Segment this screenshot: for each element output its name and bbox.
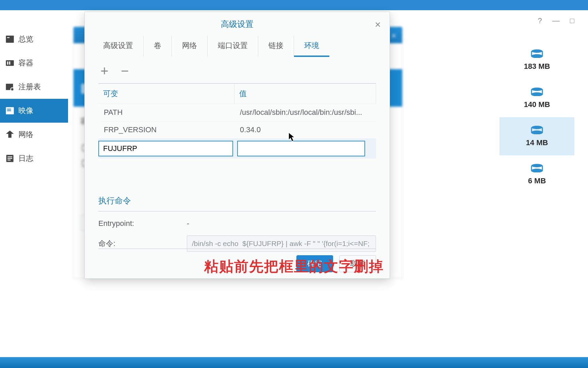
sidebar-item-label: 映像 xyxy=(18,106,33,116)
env-table: 可变 值 PATH /usr/local/sbin:/usr/local/bin… xyxy=(98,83,376,158)
svg-point-19 xyxy=(532,126,542,129)
exec-title: 执行命令 xyxy=(98,195,376,212)
minimize-button[interactable]: — xyxy=(552,16,560,25)
image-size: 183 MB xyxy=(500,62,574,71)
disk-icon xyxy=(531,87,543,96)
maximize-button[interactable]: □ xyxy=(570,16,574,25)
sidebar-item-label: 网络 xyxy=(18,129,33,140)
svg-point-18 xyxy=(532,92,542,96)
help-icon[interactable]: ? xyxy=(538,16,542,25)
svg-rect-9 xyxy=(7,109,11,109)
svg-rect-13 xyxy=(7,158,12,159)
sidebar-item-label: 注册表 xyxy=(18,82,41,92)
sidebar-item-image[interactable]: 映像 xyxy=(0,99,68,123)
env-val: 0.34.0 xyxy=(234,121,376,138)
network-icon xyxy=(5,129,15,140)
entrypoint-label: Entrypoint: xyxy=(98,219,187,228)
svg-point-15 xyxy=(532,49,542,53)
container-icon xyxy=(5,58,15,68)
env-header-val: 值 xyxy=(234,84,376,104)
tab-advanced[interactable]: 高级设置 xyxy=(93,36,144,57)
image-size: 140 MB xyxy=(500,100,574,109)
svg-point-16 xyxy=(532,54,542,58)
disk-icon xyxy=(531,164,543,172)
svg-rect-10 xyxy=(7,110,11,111)
registry-icon xyxy=(5,82,15,92)
tab-network[interactable]: 网络 xyxy=(172,36,208,57)
tab-bar: 高级设置 卷 网络 端口设置 链接 环境 xyxy=(85,36,390,57)
overview-icon xyxy=(5,34,15,44)
image-icon xyxy=(5,106,15,116)
image-size-list: 183 MB 140 MB 14 MB 6 MB xyxy=(500,41,574,194)
advanced-settings-modal: 高级设置 × 高级设置 卷 网络 端口设置 链接 环境 + − 可变 值 PAT… xyxy=(84,12,390,279)
svg-point-22 xyxy=(532,169,542,172)
sidebar-item-label: 日志 xyxy=(18,153,33,164)
sidebar-item-overview[interactable]: 总览 xyxy=(0,27,68,51)
image-list-item[interactable]: 140 MB xyxy=(500,79,574,117)
sidebar: 总览 容器 注册表 映像 网络 日志 xyxy=(0,27,68,170)
env-key-input[interactable] xyxy=(98,141,233,156)
sidebar-item-container[interactable]: 容器 xyxy=(0,51,68,75)
image-list-item[interactable]: 14 MB xyxy=(500,117,574,155)
svg-point-21 xyxy=(532,164,542,167)
env-header-key: 可变 xyxy=(98,84,234,104)
tab-volume[interactable]: 卷 xyxy=(144,36,172,57)
svg-rect-4 xyxy=(9,61,11,64)
svg-rect-14 xyxy=(7,160,11,160)
svg-rect-12 xyxy=(7,156,12,157)
env-val: /usr/local/sbin:/usr/local/bin:/usr/sbi.… xyxy=(234,104,376,121)
image-size: 14 MB xyxy=(500,138,574,147)
sidebar-item-registry[interactable]: 注册表 xyxy=(0,75,68,99)
disk-icon xyxy=(531,125,543,134)
env-value-input[interactable] xyxy=(237,141,365,156)
env-key: PATH xyxy=(98,104,234,121)
sidebar-item-label: 容器 xyxy=(18,58,33,68)
env-key: FRP_VERSION xyxy=(98,121,234,138)
tab-environment[interactable]: 环境 xyxy=(294,36,329,57)
sidebar-item-log[interactable]: 日志 xyxy=(0,147,68,170)
svg-point-20 xyxy=(532,131,542,134)
disk-icon xyxy=(531,49,543,58)
tab-link[interactable]: 链接 xyxy=(258,36,294,57)
env-row[interactable]: PATH /usr/local/sbin:/usr/local/bin:/usr… xyxy=(98,104,376,121)
tab-port[interactable]: 端口设置 xyxy=(208,36,258,57)
subtitle-caption: 粘贴前先把框里的文字删掉 xyxy=(204,257,384,276)
remove-row-button[interactable]: − xyxy=(119,65,131,77)
cmd-label: 命令: xyxy=(98,239,187,249)
sidebar-item-network[interactable]: 网络 xyxy=(0,123,68,147)
add-row-button[interactable]: + xyxy=(98,65,111,77)
close-button[interactable]: × xyxy=(375,19,381,30)
svg-point-17 xyxy=(532,88,542,91)
entrypoint-value: - xyxy=(187,219,189,228)
svg-point-7 xyxy=(11,88,14,91)
image-list-item[interactable]: 183 MB xyxy=(500,41,574,79)
window-controls: ? — □ xyxy=(538,16,574,25)
image-size: 6 MB xyxy=(500,177,574,185)
svg-rect-1 xyxy=(7,37,10,38)
log-icon xyxy=(5,153,15,164)
image-list-item[interactable]: 6 MB xyxy=(500,155,574,194)
env-row-editing[interactable] xyxy=(98,138,376,158)
titlebar-strip xyxy=(0,0,588,10)
svg-rect-3 xyxy=(7,61,8,64)
modal-title: 高级设置 xyxy=(85,12,390,36)
env-toolbar: + − xyxy=(98,61,376,83)
svg-rect-0 xyxy=(6,36,14,43)
env-row[interactable]: FRP_VERSION 0.34.0 xyxy=(98,121,376,138)
close-icon: × xyxy=(391,31,396,41)
exec-section: 执行命令 Entrypoint: - 命令: xyxy=(98,195,376,252)
taskbar xyxy=(0,357,588,368)
sidebar-item-label: 总览 xyxy=(18,34,33,44)
